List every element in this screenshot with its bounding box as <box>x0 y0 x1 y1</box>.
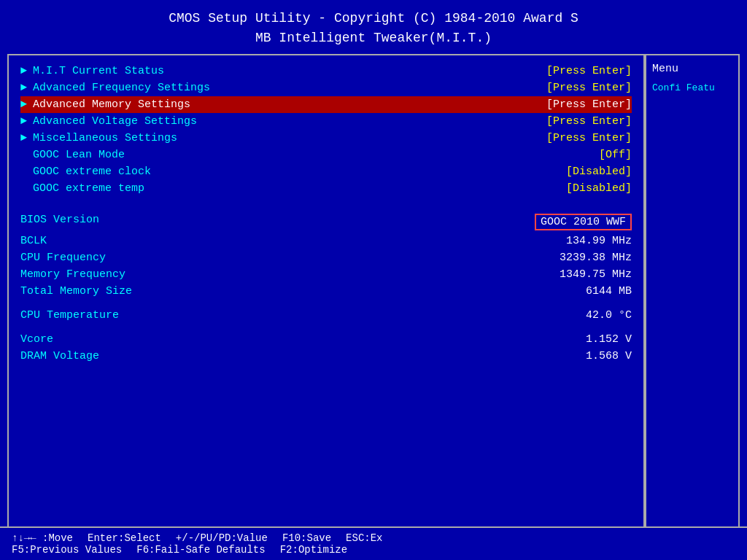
mem-freq-row: Memory Frequency 1349.75 MHz <box>20 266 632 283</box>
menu-item-gooc-extreme-clock[interactable]: ► GOOC extreme clock [Disabled] <box>20 163 632 180</box>
menu-label: Miscellaneous Settings <box>33 132 546 144</box>
menu-label: Advanced Memory Settings <box>33 98 546 111</box>
menu-label: GOOC extreme clock <box>33 166 566 178</box>
footer-move: ↑↓→← :Move <box>12 532 73 544</box>
cpu-freq-row: CPU Frequency 3239.38 MHz <box>20 249 632 266</box>
menu-value: [Press Enter] <box>546 98 632 111</box>
menu-label: GOOC extreme temp <box>33 182 566 195</box>
menu-item-gooc-extreme-temp[interactable]: ► GOOC extreme temp [Disabled] <box>20 180 632 197</box>
cpu-freq-label: CPU Frequency <box>20 252 106 264</box>
footer-value: +/-/PU/PD:Value <box>176 532 268 544</box>
bios-version-value: GOOC 2010 WWF <box>535 214 632 230</box>
menu-value: [Press Enter] <box>546 65 632 77</box>
bclk-value: 134.99 MHz <box>566 235 632 247</box>
dram-voltage-label: DRAM Voltage <box>20 350 99 362</box>
bios-version-row: BIOS Version GOOC 2010 WWF <box>20 211 632 233</box>
vcore-row: Vcore 1.152 V <box>20 331 632 348</box>
header: CMOS Setup Utility - Copyright (C) 1984-… <box>0 0 747 54</box>
arrow-icon: ► <box>20 82 27 94</box>
arrow-icon: ► <box>20 65 27 77</box>
menu-item-miscellaneous[interactable]: ► Miscellaneous Settings [Press Enter] <box>20 130 632 147</box>
menu-value: [Off] <box>599 149 632 161</box>
total-mem-value: 6144 MB <box>586 285 632 298</box>
menu-value: [Press Enter] <box>546 82 632 94</box>
footer-f7: F2:Optimize <box>280 544 347 556</box>
header-line1: CMOS Setup Utility - Copyright (C) 1984-… <box>0 9 747 28</box>
menu-item-advanced-frequency[interactable]: ► Advanced Frequency Settings [Press Ent… <box>20 79 632 96</box>
menu-label: Advanced Voltage Settings <box>33 115 546 128</box>
menu-item-advanced-voltage[interactable]: ► Advanced Voltage Settings [Press Enter… <box>20 113 632 130</box>
bios-version-label: BIOS Version <box>20 214 99 230</box>
footer-f10: F10:Save <box>282 532 331 544</box>
arrow-icon: ► <box>20 115 27 128</box>
main-menu: ► M.I.T Current Status [Press Enter] ► A… <box>7 54 645 534</box>
cpu-temp-row: CPU Temperature 42.0 °C <box>20 307 632 324</box>
mem-freq-value: 1349.75 MHz <box>560 268 632 281</box>
dram-voltage-value: 1.568 V <box>586 350 632 362</box>
dram-voltage-row: DRAM Voltage 1.568 V <box>20 348 632 365</box>
total-mem-label: Total Memory Size <box>20 285 132 298</box>
menu-value: [Press Enter] <box>546 132 632 144</box>
footer-enter: Enter:Select <box>88 532 161 544</box>
bclk-row: BCLK 134.99 MHz <box>20 233 632 249</box>
bclk-label: BCLK <box>20 235 47 247</box>
menu-value: [Disabled] <box>566 182 632 195</box>
arrow-icon: ► <box>20 132 27 144</box>
menu-value: [Disabled] <box>566 166 632 178</box>
vcore-label: Vcore <box>20 333 53 346</box>
right-panel-content: Confi Featu <box>652 81 732 96</box>
menu-label: M.I.T Current Status <box>33 65 546 77</box>
right-panel-text: Confi Featu <box>652 81 732 96</box>
footer: ↑↓→← :Move Enter:Select +/-/PU/PD:Value … <box>0 526 747 560</box>
menu-label: Advanced Frequency Settings <box>33 82 546 94</box>
menu-item-gooc-lean[interactable]: ► GOOC Lean Mode [Off] <box>20 147 632 163</box>
cpu-temp-label: CPU Temperature <box>20 309 119 322</box>
cpu-freq-value: 3239.38 MHz <box>560 252 632 264</box>
menu-value: [Press Enter] <box>546 115 632 128</box>
vcore-value: 1.152 V <box>586 333 632 346</box>
footer-esc: ESC:Ex <box>346 532 382 544</box>
menu-label: GOOC Lean Mode <box>33 149 599 161</box>
mem-freq-label: Memory Frequency <box>20 268 125 281</box>
menu-item-mit-current-status[interactable]: ► M.I.T Current Status [Press Enter] <box>20 63 632 79</box>
footer-row-1: ↑↓→← :Move Enter:Select +/-/PU/PD:Value … <box>12 532 735 544</box>
menu-item-advanced-memory[interactable]: ► Advanced Memory Settings [Press Enter] <box>20 96 632 113</box>
footer-f5: F5:Previous Values <box>12 544 122 556</box>
cpu-temp-value: 42.0 °C <box>586 309 632 322</box>
arrow-icon: ► <box>20 98 27 111</box>
header-line2: MB Intelligent Tweaker(M.I.T.) <box>0 28 747 48</box>
total-mem-row: Total Memory Size 6144 MB <box>20 283 632 300</box>
right-panel-title: Menu <box>652 63 732 75</box>
footer-f6: F6:Fail-Safe Defaults <box>136 544 265 556</box>
footer-row-2: F5:Previous Values F6:Fail-Safe Defaults… <box>12 544 735 556</box>
right-panel: Menu Confi Featu <box>645 54 740 534</box>
